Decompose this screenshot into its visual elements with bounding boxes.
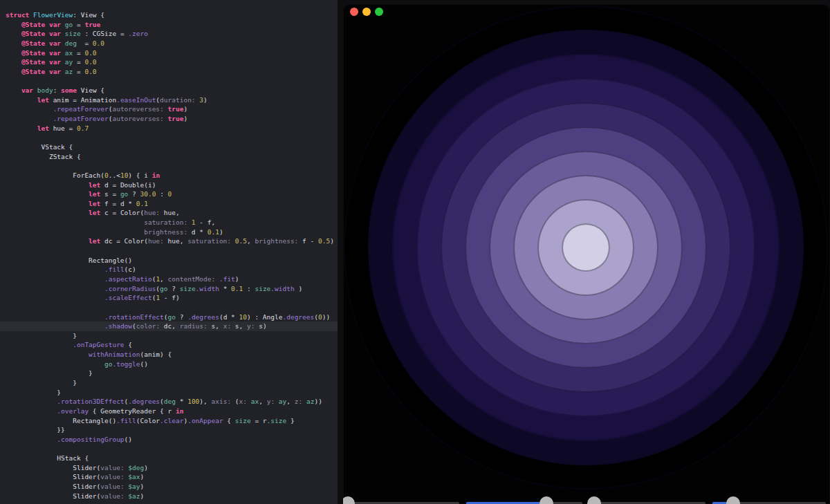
flower-ring[interactable]: [562, 223, 610, 272]
code-line[interactable]: let hue = 0.7: [0, 124, 338, 133]
code-line[interactable]: let c = Color(hue: hue,: [0, 208, 338, 218]
code-line[interactable]: }: [0, 378, 338, 388]
code-line[interactable]: brightness: d * 0.1): [0, 227, 338, 237]
code-line[interactable]: let d = Double(i): [0, 180, 338, 190]
code-line[interactable]: ForEach(0..<10) { i in: [0, 171, 338, 180]
code-line[interactable]: }}: [0, 425, 338, 435]
preview-panel: [338, 0, 830, 504]
code-line[interactable]: let f = d * 0.1: [0, 199, 338, 209]
code-line[interactable]: [0, 133, 338, 142]
code-line[interactable]: @State var go = true: [0, 20, 338, 30]
code-line[interactable]: .rotation3DEffect(.degrees(deg * 100), a…: [0, 397, 338, 407]
code-line[interactable]: Slider(value: $az): [0, 492, 338, 501]
code-line[interactable]: [0, 303, 338, 312]
code-line[interactable]: Rectangle(): [0, 256, 338, 265]
code-line[interactable]: @State var ay = 0.0: [0, 57, 338, 67]
code-line[interactable]: [0, 246, 338, 256]
code-line[interactable]: VStack {: [0, 142, 338, 152]
code-line[interactable]: .shadow(color: dc, radius: s, x: s, y: s…: [0, 321, 338, 331]
code-line[interactable]: struct FlowerView: View {: [0, 10, 338, 20]
code-line[interactable]: .overlay { GeometryReader { r in: [0, 407, 338, 416]
code-line[interactable]: @State var az = 0.0: [0, 67, 338, 77]
code-line[interactable]: Slider(value: $deg): [0, 463, 338, 473]
code-line[interactable]: }: [0, 388, 338, 398]
code-line[interactable]: let dc = Color(hue: hue, saturation: 0.5…: [0, 236, 338, 246]
code-line[interactable]: .onTapGesture {: [0, 340, 338, 350]
code-line[interactable]: var body: some View {: [0, 86, 338, 95]
code-line[interactable]: .fill(c): [0, 265, 338, 274]
code-line[interactable]: saturation: 1 - f,: [0, 218, 338, 227]
code-line[interactable]: Slider(value: $ax): [0, 472, 338, 482]
flower-view[interactable]: [343, 4, 830, 504]
code-line[interactable]: HStack {: [0, 454, 338, 463]
code-line[interactable]: @State var size : CGSize = .zero: [0, 29, 338, 39]
code-line[interactable]: @State var deg = 0.0: [0, 39, 338, 48]
code-line[interactable]: }: [0, 331, 338, 341]
code-editor[interactable]: struct FlowerView: View { @State var go …: [0, 0, 338, 504]
code-line[interactable]: }: [0, 368, 338, 378]
code-line[interactable]: let s = go ? 30.0 : 0: [0, 189, 338, 199]
code-line[interactable]: Slider(value: $ay): [0, 482, 338, 492]
code-line[interactable]: withAnimation(anim) {: [0, 350, 338, 360]
code-line[interactable]: .cornerRadius(go ? size.width * 0.1 : si…: [0, 284, 338, 294]
code-line[interactable]: .rotationEffect(go ? .degrees(d * 10) : …: [0, 312, 338, 322]
code-line[interactable]: [0, 76, 338, 86]
code-area[interactable]: struct FlowerView: View { @State var go …: [0, 10, 338, 501]
code-line[interactable]: ZStack {: [0, 152, 338, 162]
code-line[interactable]: .compositingGroup(): [0, 435, 338, 445]
code-line[interactable]: [0, 444, 338, 454]
preview-window: [343, 4, 830, 504]
code-line[interactable]: .aspectRatio(1, contentMode: .fit): [0, 274, 338, 284]
code-line[interactable]: let anim = Animation.easeInOut(duration:…: [0, 95, 338, 105]
code-line[interactable]: [0, 161, 338, 171]
code-line[interactable]: Rectangle().fill(Color.clear).onAppear {…: [0, 416, 338, 426]
code-line[interactable]: .repeatForever(autoreverses: true): [0, 114, 338, 124]
code-line[interactable]: .repeatForever(autoreverses: true): [0, 104, 338, 114]
code-line[interactable]: @State var ax = 0.0: [0, 48, 338, 58]
code-line[interactable]: go.toggle(): [0, 360, 338, 369]
code-line[interactable]: .scaleEffect(1 - f): [0, 293, 338, 303]
